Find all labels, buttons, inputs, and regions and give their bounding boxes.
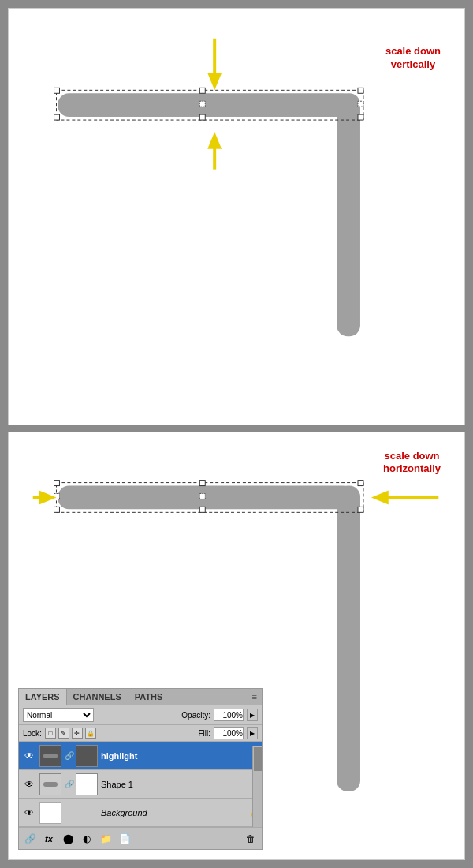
svg-rect-3: [54, 88, 60, 93]
layer-mask-shape1: [76, 773, 98, 795]
layers-footer: 🔗 fx ⬤ ◐ 📁 📄 🗑: [19, 827, 262, 849]
delete-layer-icon[interactable]: 🗑: [244, 832, 258, 846]
opacity-arrow-button[interactable]: ▶: [247, 709, 258, 721]
svg-rect-23: [358, 507, 363, 512]
svg-rect-4: [199, 88, 205, 93]
fill-arrow-button[interactable]: ▶: [247, 727, 258, 739]
layer-link-shape1: 🔗: [65, 780, 73, 788]
tab-paths[interactable]: PATHS: [128, 689, 170, 705]
layer-row-background[interactable]: 👁 Background 🔒: [19, 799, 262, 827]
svg-rect-2: [57, 90, 363, 120]
eye-icon-background[interactable]: 👁: [22, 806, 36, 820]
layer-link-highlight: 🔗: [65, 751, 73, 760]
eye-icon-highlight[interactable]: 👁: [22, 749, 36, 763]
opacity-label: Opacity:: [181, 711, 210, 720]
svg-rect-1: [337, 93, 360, 336]
new-group-icon[interactable]: 📁: [99, 832, 113, 846]
lock-transparent-icon[interactable]: □: [45, 728, 56, 739]
svg-rect-7: [199, 114, 205, 120]
fx-icon[interactable]: fx: [42, 832, 56, 846]
svg-rect-30: [43, 754, 58, 758]
svg-rect-17: [56, 482, 363, 512]
eye-icon-shape1[interactable]: 👁: [22, 777, 36, 791]
layers-mode-row: Normal Opacity: ▶: [19, 705, 262, 725]
bottom-panel: scale down horizontally LAYERS CHANNELS: [8, 432, 465, 860]
scale-down-vertically-label: scale down vertically: [385, 45, 441, 72]
opacity-input[interactable]: [214, 709, 244, 721]
svg-rect-21: [54, 507, 60, 512]
lock-label: Lock:: [23, 729, 42, 738]
svg-rect-24: [54, 493, 60, 499]
adjustment-icon[interactable]: ◐: [80, 832, 94, 846]
link-layers-icon[interactable]: 🔗: [23, 832, 37, 846]
layer-name-shape1: Shape 1: [101, 780, 259, 789]
scale-down-horizontally-label: scale down horizontally: [383, 450, 441, 477]
add-mask-icon[interactable]: ⬤: [61, 832, 75, 846]
top-panel: scale down vertically: [8, 8, 465, 425]
layer-thumb-highlight: [39, 745, 61, 767]
svg-rect-0: [58, 93, 354, 117]
svg-marker-27: [39, 490, 57, 504]
svg-rect-8: [358, 114, 363, 120]
new-layer-icon[interactable]: 📄: [117, 832, 132, 846]
lock-all-icon[interactable]: 🔒: [85, 728, 96, 739]
fill-label: Fill:: [198, 729, 210, 738]
layer-name-background: Background: [101, 808, 246, 817]
svg-marker-12: [207, 73, 222, 90]
svg-rect-19: [199, 480, 205, 485]
layers-scrollbar[interactable]: [252, 746, 262, 827]
svg-rect-10: [358, 101, 363, 107]
layers-panel: LAYERS CHANNELS PATHS ≡ Normal Opacity: …: [18, 688, 263, 850]
scrollbar-thumb[interactable]: [254, 747, 262, 771]
layer-mask-highlight: [76, 745, 98, 767]
layers-options-button[interactable]: ≡: [248, 689, 262, 705]
tab-layers[interactable]: LAYERS: [19, 689, 67, 705]
layers-lock-row: Lock: □ ✎ ✛ 🔒 Fill: ▶: [19, 725, 262, 742]
svg-marker-14: [207, 132, 222, 149]
tab-channels[interactable]: CHANNELS: [67, 689, 128, 705]
lock-position-icon[interactable]: ✛: [72, 728, 83, 739]
svg-rect-25: [199, 493, 205, 499]
svg-rect-5: [358, 88, 363, 93]
layer-name-highlight: highlight: [101, 751, 259, 761]
svg-rect-16: [337, 485, 360, 791]
layer-row-shape1[interactable]: 👁 🔗 Shape 1: [19, 770, 262, 799]
layers-tabs-header: LAYERS CHANNELS PATHS ≡: [19, 689, 262, 705]
layer-thumb-background: [39, 802, 61, 824]
svg-rect-15: [58, 485, 354, 509]
svg-rect-18: [54, 480, 60, 485]
svg-rect-9: [199, 101, 205, 107]
layer-row-highlight[interactable]: 👁 🔗 highlight: [19, 742, 262, 770]
layer-thumb-shape1: [39, 773, 61, 795]
lock-icons-group: □ ✎ ✛ 🔒: [45, 728, 96, 739]
svg-rect-31: [43, 782, 58, 787]
blending-mode-select[interactable]: Normal: [23, 708, 94, 722]
svg-rect-20: [358, 480, 363, 485]
svg-rect-22: [199, 507, 205, 512]
svg-marker-29: [371, 490, 389, 504]
lock-pixels-icon[interactable]: ✎: [58, 728, 69, 739]
svg-rect-6: [54, 114, 60, 120]
fill-input[interactable]: [214, 727, 244, 739]
